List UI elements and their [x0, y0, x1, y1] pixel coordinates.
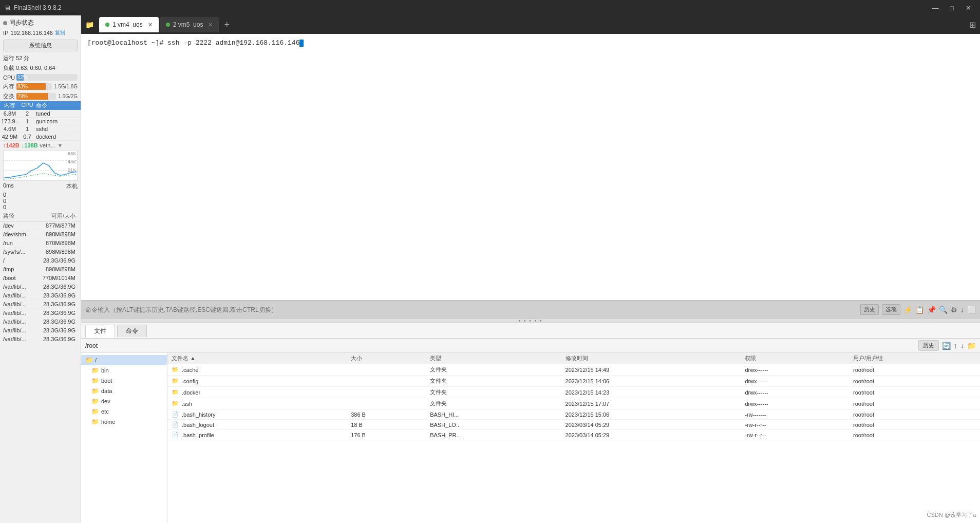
col-header-perm[interactable]: 权限 — [741, 353, 849, 364]
tree-item-home[interactable]: 📁 home — [81, 417, 167, 427]
list-item[interactable]: /var/lib/...28.3G/36.9G — [0, 326, 81, 335]
tab-label-vm5: 2 vm5_uos — [173, 21, 203, 28]
mem-size: 1.5G/1.8G — [54, 84, 78, 89]
close-button[interactable]: ✕ — [960, 2, 976, 13]
list-item[interactable]: /var/lib/...28.3G/36.9G — [0, 300, 81, 309]
folder-icon: 📁 — [91, 387, 99, 395]
list-item[interactable]: /dev877M/877M — [0, 221, 81, 230]
file-type-icon: 📁 — [172, 366, 179, 373]
tab-commands[interactable]: 命令 — [117, 325, 147, 337]
proc-table-header: 内存 CPU 命令 — [0, 101, 81, 110]
ip-row: IP 192.168.116.146 复制 — [0, 28, 81, 38]
download-icon[interactable]: ↓ — [960, 306, 964, 314]
content-area: 📁 1 vm4_uos ✕ 2 vm5_uos ✕ + ⊞ [root@loca… — [81, 15, 980, 523]
tab-close-vm4[interactable]: ✕ — [148, 22, 153, 28]
col-header-modified[interactable]: 修改时间 — [561, 353, 741, 364]
tab-close-vm5[interactable]: ✕ — [208, 22, 213, 28]
tree-item-data[interactable]: 📁 data — [81, 386, 167, 396]
search-icon[interactable]: 🔍 — [939, 306, 948, 314]
swap-size: 1.6G/2G — [58, 94, 78, 99]
sysinfo-button[interactable]: 系统信息 — [3, 40, 78, 51]
list-item[interactable]: /run870M/898M — [0, 239, 81, 248]
file-type-icon: 📁 — [172, 378, 179, 384]
col-header-type[interactable]: 类型 — [426, 353, 561, 364]
new-folder-icon[interactable]: 📁 — [967, 342, 976, 350]
list-item[interactable]: /boot770M/1014M — [0, 274, 81, 283]
list-item[interactable]: /var/lib/...28.3G/36.9G — [0, 309, 81, 317]
add-tab-button[interactable]: + — [220, 20, 234, 30]
table-row[interactable]: 📁.cache 文件夹 2023/12/15 14:49 drwx------ … — [167, 364, 980, 376]
proc-row[interactable]: 6.8M 2 tuned — [0, 110, 81, 118]
sync-status: 同步状态 — [0, 15, 81, 28]
file-type-icon: 📁 — [172, 389, 179, 396]
net-header: ↑142B ↓138B veth... ▼ — [0, 141, 81, 150]
proc-header-cpu: CPU — [20, 102, 35, 109]
net-up: ↑142B — [3, 142, 20, 148]
file-type-icon: 📄 — [172, 421, 179, 428]
resize-handle[interactable]: • • • • • — [81, 319, 980, 323]
table-row[interactable]: 📁.ssh 文件夹 2023/12/15 17:07 drwx------ ro… — [167, 398, 980, 409]
expand-icon[interactable]: ⬜ — [967, 306, 976, 314]
maximize-button[interactable]: □ — [944, 2, 959, 13]
list-item[interactable]: /dev/shm898M/898M — [0, 230, 81, 239]
clip-icon[interactable]: 📌 — [927, 306, 936, 314]
copy-button[interactable]: 复制 — [55, 29, 65, 36]
list-item[interactable]: /28.3G/36.9G — [0, 256, 81, 265]
table-row[interactable]: 📄.bash_profile 176 B BASH_PR... 2023/03/… — [167, 430, 980, 440]
sync-dot-icon — [3, 21, 7, 25]
minimize-button[interactable]: — — [928, 2, 943, 13]
lightning-icon[interactable]: ⚡ — [903, 306, 912, 314]
terminal[interactable]: [root@localhost ~]# ssh -p 2222 admin@19… — [81, 34, 980, 300]
list-item[interactable]: /var/lib/...28.3G/36.9G — [0, 291, 81, 300]
col-header-size[interactable]: 大小 — [347, 353, 426, 364]
disk-header: 路径 可用/大小 — [0, 211, 81, 221]
list-item[interactable]: /var/lib/...28.3G/36.9G — [0, 335, 81, 344]
list-item[interactable]: /var/lib/...28.3G/36.9G — [0, 317, 81, 326]
swap-row: 交换 79% 1.6G/2G — [0, 91, 81, 101]
history-button[interactable]: 历史 — [860, 304, 879, 315]
refresh-icon[interactable]: 🔄 — [942, 342, 951, 350]
titlebar: 🖥 FinalShell 3.9.8.2 — □ ✕ — [0, 0, 980, 15]
proc-row[interactable]: 42.9M 0.7 dockerd — [0, 133, 81, 141]
tab-vm4[interactable]: 1 vm4_uos ✕ — [99, 17, 159, 32]
tree-item-dev[interactable]: 📁 dev — [81, 396, 167, 406]
cmd-input[interactable] — [85, 306, 857, 313]
tree-item-boot[interactable]: 📁 boot — [81, 376, 167, 386]
terminal-cursor — [299, 40, 304, 47]
ping-vals: 0 0 0 — [0, 191, 81, 211]
current-path: /root — [85, 342, 915, 349]
copy-icon[interactable]: 📋 — [915, 306, 924, 314]
grid-view-icon[interactable]: ⊞ — [965, 20, 980, 30]
load-avg: 负载 0.63, 0.60, 0.64 — [0, 63, 81, 73]
folder-icon[interactable]: 📁 — [83, 18, 96, 31]
tree-item-bin[interactable]: 📁 bin — [81, 365, 167, 376]
table-row[interactable]: 📄.bash_history 386 B BASH_HI... 2023/12/… — [167, 409, 980, 420]
upload-icon[interactable]: ↑ — [954, 342, 957, 350]
tab-vm5[interactable]: 2 vm5_uos ✕ — [160, 17, 219, 32]
col-header-owner[interactable]: 用户/用户组 — [849, 353, 980, 364]
net-chevron-icon: ▼ — [58, 142, 63, 148]
settings-icon[interactable]: ⚙ — [951, 306, 957, 314]
proc-row[interactable]: 173.9.. 1 gunicorn — [0, 118, 81, 125]
tab-files[interactable]: 文件 — [85, 325, 115, 338]
list-item[interactable]: /var/lib/...28.3G/36.9G — [0, 283, 81, 291]
download-file-icon[interactable]: ↓ — [960, 342, 964, 350]
file-tabs: 文件 命令 — [81, 323, 980, 339]
file-content: 📁 / 📁 bin 📁 boot 📁 data — [81, 353, 980, 523]
table-row[interactable]: 📄.bash_logout 18 B BASH_LO... 2023/03/14… — [167, 420, 980, 430]
run-time: 运行 52 分 — [0, 53, 81, 63]
folder-icon: 📁 — [85, 357, 93, 364]
folder-icon: 📁 — [91, 398, 99, 405]
tree-item-root[interactable]: 📁 / — [81, 355, 167, 365]
file-name-cell: 📄.bash_logout — [167, 420, 347, 430]
list-item[interactable]: /sys/fs/...898M/898M — [0, 248, 81, 256]
list-item[interactable]: /tmp898M/898M — [0, 265, 81, 274]
table-row[interactable]: 📁.config 文件夹 2023/12/15 14:06 drwx------… — [167, 376, 980, 387]
option-button[interactable]: 选项 — [882, 304, 900, 315]
file-history-button[interactable]: 历史 — [918, 340, 939, 351]
table-row[interactable]: 📁.docker 文件夹 2023/12/15 14:23 drwx------… — [167, 387, 980, 398]
tree-item-etc[interactable]: 📁 etc — [81, 406, 167, 417]
col-header-name[interactable]: 文件名 ▲ — [167, 353, 347, 364]
proc-row[interactable]: 4.6M 1 sshd — [0, 125, 81, 133]
file-toolbar: /root 历史 🔄 ↑ ↓ 📁 — [81, 339, 980, 353]
